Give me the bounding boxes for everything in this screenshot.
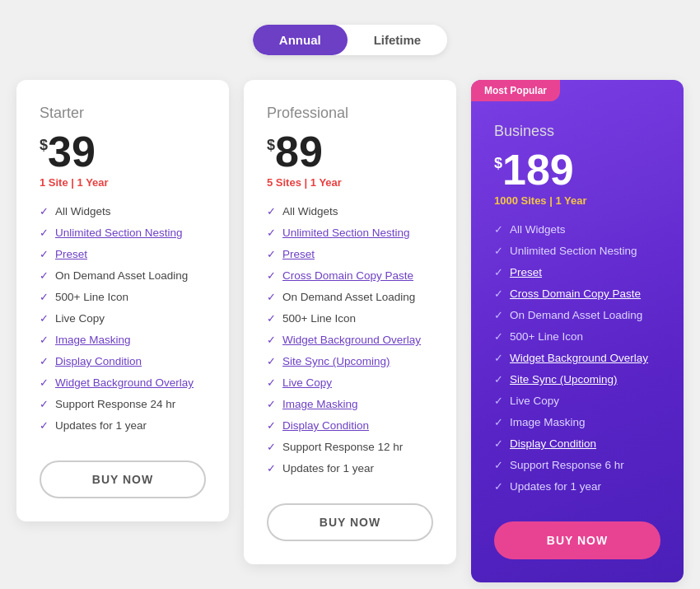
feature-text: Image Masking: [510, 416, 586, 428]
check-icon: ✓: [40, 376, 49, 389]
pricing-cards: Starter $ 39 1 Site | 1 Year ✓ All Widge…: [16, 80, 684, 582]
feature-link[interactable]: Widget Background Overlay: [510, 352, 648, 364]
feature-text: Updates for 1 year: [510, 480, 601, 493]
price-block: $ 189: [494, 148, 660, 191]
plan-period: 5 Sites | 1 Year: [267, 176, 433, 189]
feature-item: ✓ Widget Background Overlay: [494, 352, 660, 364]
plan-period: 1000 Sites | 1 Year: [494, 194, 660, 207]
feature-item: ✓ Updates for 1 year: [494, 480, 660, 493]
feature-link[interactable]: Image Masking: [55, 334, 131, 346]
check-icon: ✓: [494, 437, 503, 450]
check-icon: ✓: [494, 266, 503, 278]
feature-item: ✓ 500+ Line Icon: [494, 330, 660, 343]
feature-text: Updates for 1 year: [55, 419, 147, 432]
feature-item: ✓ Unlimited Section Nesting: [267, 227, 433, 239]
check-icon: ✓: [494, 287, 503, 300]
feature-link[interactable]: Preset: [282, 248, 315, 260]
check-icon: ✓: [494, 309, 503, 321]
buy-now-button[interactable]: BUY NOW: [40, 460, 206, 498]
feature-link[interactable]: Display Condition: [510, 437, 596, 450]
check-icon: ✓: [494, 245, 503, 257]
check-icon: ✓: [494, 223, 503, 236]
feature-link[interactable]: Display Condition: [55, 355, 142, 367]
check-icon: ✓: [40, 248, 49, 260]
feature-link[interactable]: Preset: [55, 248, 87, 260]
check-icon: ✓: [267, 419, 276, 432]
feature-link[interactable]: Cross Domain Copy Paste: [282, 269, 413, 282]
feature-link[interactable]: Cross Domain Copy Paste: [510, 287, 641, 300]
check-icon: ✓: [40, 355, 49, 367]
feature-item: ✓ On Demand Asset Loading: [494, 309, 660, 321]
feature-item: ✓ Site Sync (Upcoming): [267, 355, 433, 367]
check-icon: ✓: [40, 419, 49, 432]
price-symbol: $: [267, 137, 275, 154]
check-icon: ✓: [40, 398, 49, 410]
feature-text: Unlimited Section Nesting: [510, 245, 637, 257]
plan-card-professional: Professional $ 89 5 Sites | 1 Year ✓ All…: [244, 80, 456, 564]
price-block: $ 89: [267, 130, 433, 173]
feature-link[interactable]: Site Sync (Upcoming): [510, 373, 618, 386]
annual-toggle-btn[interactable]: Annual: [253, 25, 348, 55]
check-icon: ✓: [267, 269, 276, 282]
feature-text: All Widgets: [55, 205, 111, 217]
feature-text: Updates for 1 year: [282, 462, 374, 474]
feature-link[interactable]: Widget Background Overlay: [282, 334, 421, 346]
feature-link[interactable]: Unlimited Section Nesting: [55, 227, 183, 239]
feature-item: ✓ On Demand Asset Loading: [267, 291, 433, 303]
feature-item: ✓ All Widgets: [40, 205, 206, 217]
feature-item: ✓ Live Copy: [40, 312, 206, 325]
feature-link[interactable]: Live Copy: [282, 376, 332, 389]
check-icon: ✓: [267, 462, 276, 474]
feature-item: ✓ Display Condition: [267, 419, 433, 432]
features-list: ✓ All Widgets ✓ Unlimited Section Nestin…: [40, 205, 206, 441]
feature-item: ✓ Live Copy: [267, 376, 433, 389]
check-icon: ✓: [494, 373, 503, 386]
check-icon: ✓: [267, 312, 276, 325]
check-icon: ✓: [494, 395, 503, 407]
feature-text: On Demand Asset Loading: [510, 309, 642, 321]
check-icon: ✓: [40, 312, 49, 325]
feature-item: ✓ 500+ Line Icon: [267, 312, 433, 325]
check-icon: ✓: [267, 205, 276, 217]
check-icon: ✓: [267, 248, 276, 260]
feature-text: 500+ Line Icon: [510, 330, 583, 343]
feature-item: ✓ Widget Background Overlay: [267, 334, 433, 346]
check-icon: ✓: [40, 269, 49, 282]
billing-toggle: Annual Lifetime: [253, 25, 447, 55]
lifetime-toggle-btn[interactable]: Lifetime: [348, 25, 448, 55]
feature-item: ✓ Preset: [267, 248, 433, 260]
check-icon: ✓: [40, 227, 49, 239]
price-symbol: $: [40, 137, 48, 154]
feature-link[interactable]: Site Sync (Upcoming): [282, 355, 390, 367]
feature-item: ✓ Unlimited Section Nesting: [40, 227, 206, 239]
feature-item: ✓ Support Response 12 hr: [267, 441, 433, 453]
check-icon: ✓: [267, 334, 276, 346]
feature-link[interactable]: Unlimited Section Nesting: [282, 227, 410, 239]
plan-card-business: Most PopularBusiness $ 189 1000 Sites | …: [471, 80, 684, 582]
buy-now-button[interactable]: BUY NOW: [494, 521, 660, 559]
buy-now-button[interactable]: BUY NOW: [267, 503, 433, 541]
feature-item: ✓ Widget Background Overlay: [40, 376, 206, 389]
feature-link[interactable]: Preset: [510, 266, 542, 278]
feature-text: All Widgets: [510, 223, 566, 236]
check-icon: ✓: [40, 334, 49, 346]
feature-item: ✓ All Widgets: [494, 223, 660, 236]
check-icon: ✓: [267, 227, 276, 239]
feature-link[interactable]: Display Condition: [282, 419, 369, 432]
feature-item: ✓ Updates for 1 year: [267, 462, 433, 474]
feature-text: Live Copy: [510, 395, 559, 407]
plan-name: Business: [494, 123, 660, 140]
feature-link[interactable]: Image Masking: [282, 398, 358, 410]
feature-item: ✓ Image Masking: [40, 334, 206, 346]
check-icon: ✓: [267, 398, 276, 410]
feature-item: ✓ Cross Domain Copy Paste: [267, 269, 433, 282]
check-icon: ✓: [494, 480, 503, 493]
feature-item: ✓ Cross Domain Copy Paste: [494, 287, 660, 300]
price-amount: 39: [48, 130, 96, 173]
feature-text: All Widgets: [282, 205, 338, 217]
check-icon: ✓: [494, 416, 503, 428]
feature-item: ✓ Display Condition: [494, 437, 660, 450]
feature-link[interactable]: Widget Background Overlay: [55, 376, 194, 389]
most-popular-badge: Most Popular: [471, 80, 560, 101]
feature-item: ✓ Image Masking: [494, 416, 660, 428]
